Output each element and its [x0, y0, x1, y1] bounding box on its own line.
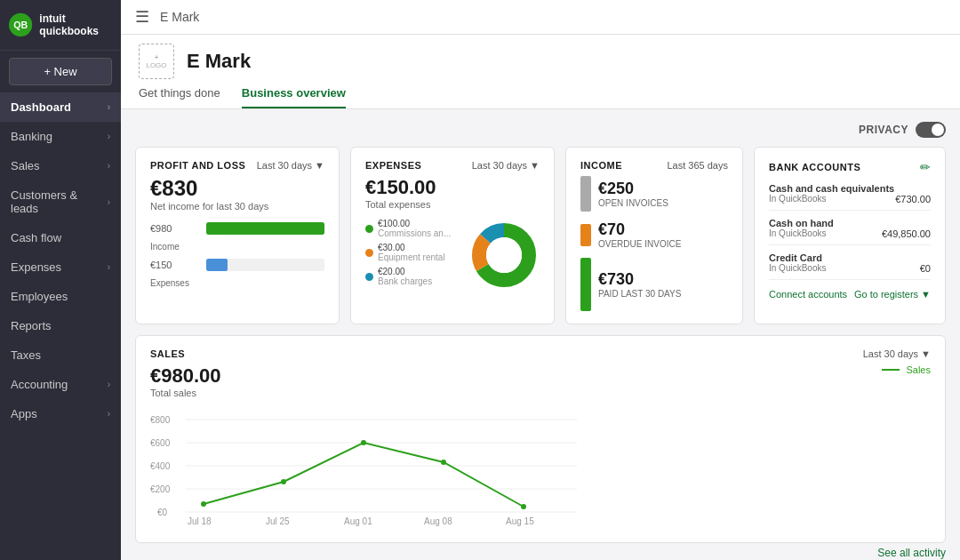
income-card: INCOME Last 365 days €250 OPEN INVOICES …	[565, 147, 743, 324]
pnl-income-row: €980	[150, 222, 324, 235]
go-to-registers-link[interactable]: Go to registers ▼	[854, 289, 931, 300]
sidebar-item-reports[interactable]: Reports	[0, 311, 121, 340]
exp-total-amount: €150.00	[365, 176, 540, 199]
pnl-period[interactable]: Last 30 days ▼	[257, 160, 324, 171]
sidebar-item-taxes[interactable]: Taxes	[0, 340, 121, 370]
sidebar-item-accounting[interactable]: Accounting›	[0, 370, 121, 399]
sidebar: QB intuit quickbooks + New Dashboard›Ban…	[0, 0, 121, 560]
sidebar-item-customers-leads[interactable]: Customers & leads›	[0, 180, 121, 223]
svg-text:QB: QB	[13, 20, 28, 30]
sidebar-nav: Dashboard›Banking›Sales›Customers & lead…	[0, 92, 121, 560]
hamburger-icon[interactable]: ☰	[135, 7, 149, 27]
pnl-title: PROFIT AND LOSS	[150, 160, 245, 171]
svg-text:Jul 25: Jul 25	[266, 516, 290, 526]
sidebar-item-banking[interactable]: Banking›	[0, 122, 121, 151]
income-row: €70 OVERDUE INVOICE	[580, 220, 728, 249]
expenses-card: EXPENSES Last 30 days ▼ €150.00 Total ex…	[350, 147, 555, 324]
bank-account-item: Credit Card In QuickBooks €0	[769, 252, 931, 280]
sales-chart: €800 €600 €400 €200 €0 Jul 18 Jul 25	[150, 411, 931, 530]
svg-text:€200: €200	[150, 484, 171, 494]
exp-total-label: Total expenses	[365, 199, 540, 210]
bank-footer: Connect accounts Go to registers ▼	[769, 289, 931, 300]
income-row: €730 PAID LAST 30 DAYS	[580, 258, 728, 311]
sales-amount: €980.00	[150, 364, 221, 388]
pnl-net-label: Net income for last 30 days	[150, 201, 324, 212]
sidebar-item-expenses[interactable]: Expenses›	[0, 252, 121, 282]
business-header: + LOGO E Mark Get things doneBusiness ov…	[121, 35, 960, 109]
exp-legend-item: €20.00Bank charges	[365, 267, 460, 286]
svg-text:Aug 08: Aug 08	[424, 516, 452, 526]
privacy-toggle[interactable]	[916, 122, 946, 138]
sidebar-item-sales[interactable]: Sales›	[0, 151, 121, 180]
pnl-income-bar	[206, 222, 324, 235]
app-logo: QB intuit quickbooks	[0, 0, 121, 51]
exp-legend-item: €30.00Equipment rental	[365, 243, 460, 262]
pnl-expenses-bar	[206, 259, 324, 271]
bank-accounts-list: Cash and cash equivalents In QuickBooks …	[769, 183, 931, 280]
exp-body: €100.00Commissions an... €30.00Equipment…	[365, 219, 540, 291]
bank-account-item: Cash on hand In QuickBooks €49,850.00	[769, 218, 931, 245]
bank-edit-icon[interactable]: ✏	[920, 160, 931, 174]
svg-text:€400: €400	[150, 461, 171, 471]
bank-accounts-card: BANK ACCOUNTS ✏ Cash and cash equivalent…	[754, 147, 946, 324]
expenses-donut	[468, 220, 540, 291]
business-name: E Mark	[187, 50, 251, 73]
tab-get-things-done[interactable]: Get things done	[139, 86, 220, 108]
svg-point-20	[521, 504, 526, 509]
see-all-activity[interactable]: See all activity	[135, 547, 946, 559]
bank-account-item: Cash and cash equivalents In QuickBooks …	[769, 183, 931, 211]
income-label: Income	[150, 242, 324, 252]
profit-loss-card: PROFIT AND LOSS Last 30 days ▼ €830 Net …	[135, 147, 340, 324]
svg-text:€600: €600	[150, 438, 171, 448]
app-name-label: intuit quickbooks	[39, 12, 112, 37]
sales-title: SALES	[150, 348, 185, 359]
svg-text:Aug 15: Aug 15	[506, 516, 534, 526]
sales-legend-line	[882, 369, 900, 371]
sales-card: SALES Last 30 days ▼ €980.00 Total sales…	[135, 335, 946, 543]
tabs-row: Get things doneBusiness overview	[139, 86, 942, 108]
tab-business-overview[interactable]: Business overview	[242, 86, 346, 108]
svg-point-19	[441, 460, 446, 465]
pnl-net-amount: €830	[150, 176, 324, 201]
income-rows: €250 OPEN INVOICES €70 OVERDUE INVOICE €…	[580, 176, 728, 311]
svg-text:Jul 18: Jul 18	[188, 516, 212, 526]
sidebar-item-cash-flow[interactable]: Cash flow	[0, 223, 121, 252]
svg-point-5	[486, 237, 522, 273]
pnl-expenses-value: €150	[150, 260, 199, 270]
expenses-label: Expenses	[150, 278, 324, 288]
business-logo[interactable]: + LOGO	[139, 44, 174, 79]
svg-point-18	[361, 440, 366, 445]
privacy-row: PRIVACY	[135, 122, 946, 138]
sales-legend: Sales	[882, 364, 931, 375]
privacy-label: PRIVACY	[859, 124, 908, 136]
pnl-expenses-row: €150	[150, 259, 324, 271]
pnl-income-value: €980	[150, 223, 199, 234]
sales-period[interactable]: Last 30 days ▼	[863, 348, 931, 359]
top-bar: ☰ E Mark	[121, 0, 960, 35]
bank-title: BANK ACCOUNTS	[769, 162, 860, 172]
content-area: PRIVACY PROFIT AND LOSS Last 30 days ▼ €…	[121, 109, 960, 560]
svg-text:€800: €800	[150, 415, 171, 425]
svg-text:€0: €0	[157, 508, 168, 517]
inc-title: INCOME	[580, 160, 622, 171]
exp-period[interactable]: Last 30 days ▼	[472, 160, 540, 171]
sidebar-item-dashboard[interactable]: Dashboard›	[0, 92, 121, 122]
page-title: E Mark	[160, 10, 199, 24]
sales-label: Total sales	[150, 388, 221, 398]
connect-accounts-link[interactable]: Connect accounts	[769, 289, 847, 300]
income-row: €250 OPEN INVOICES	[580, 176, 728, 212]
svg-point-17	[281, 479, 286, 484]
svg-point-16	[201, 501, 206, 507]
inc-period: Last 365 days	[668, 160, 729, 171]
sidebar-item-apps[interactable]: Apps›	[0, 399, 121, 428]
sidebar-item-employees[interactable]: Employees	[0, 282, 121, 311]
svg-text:Aug 01: Aug 01	[344, 516, 372, 526]
new-button[interactable]: + New	[9, 58, 112, 85]
main-content: ☰ E Mark + LOGO E Mark Get things doneBu…	[121, 0, 960, 560]
exp-legend-item: €100.00Commissions an...	[365, 219, 460, 238]
cards-row: PROFIT AND LOSS Last 30 days ▼ €830 Net …	[135, 147, 946, 324]
exp-legend: €100.00Commissions an... €30.00Equipment…	[365, 219, 460, 291]
exp-title: EXPENSES	[365, 160, 421, 171]
